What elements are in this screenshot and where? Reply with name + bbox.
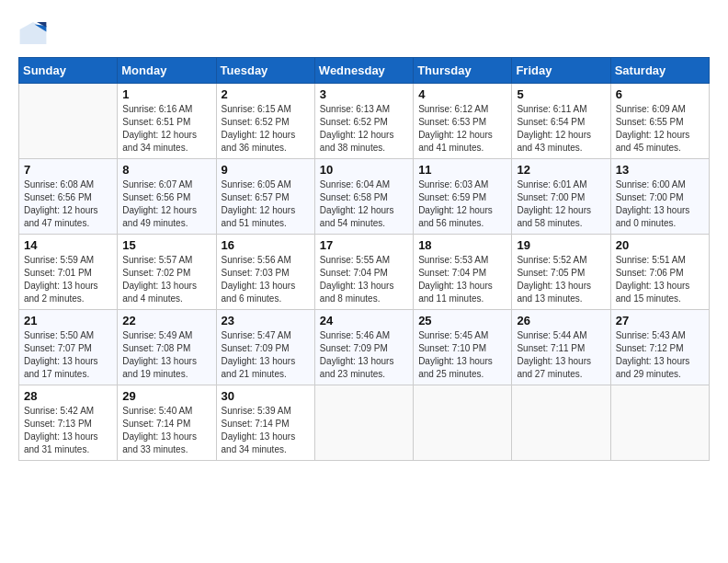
calendar-day-cell: 25Sunrise: 5:45 AM Sunset: 7:10 PM Dayli… [414,310,512,385]
calendar-day-cell [314,385,413,461]
day-info: Sunrise: 6:05 AM Sunset: 6:57 PM Dayligh… [222,178,310,230]
weekday-header: Saturday [610,58,709,84]
day-info: Sunrise: 5:52 AM Sunset: 7:05 PM Dayligh… [517,254,605,305]
day-number: 20 [616,238,704,252]
day-info: Sunrise: 5:45 AM Sunset: 7:10 PM Dayligh… [418,329,506,381]
day-info: Sunrise: 5:43 AM Sunset: 7:12 PM Dayligh… [616,329,704,381]
calendar-day-cell: 10Sunrise: 6:04 AM Sunset: 6:58 PM Dayli… [314,159,413,235]
calendar-day-cell: 6Sunrise: 6:09 AM Sunset: 6:55 PM Daylig… [610,84,709,159]
day-number: 9 [222,163,310,177]
day-number: 17 [320,238,408,252]
day-number: 24 [320,314,408,327]
day-info: Sunrise: 5:51 AM Sunset: 7:06 PM Dayligh… [616,254,704,305]
day-info: Sunrise: 6:03 AM Sunset: 6:59 PM Dayligh… [418,178,506,230]
day-info: Sunrise: 6:01 AM Sunset: 7:00 PM Dayligh… [517,178,605,230]
day-number: 2 [222,87,310,101]
calendar-day-cell: 7Sunrise: 6:08 AM Sunset: 6:56 PM Daylig… [19,159,118,235]
calendar-day-cell: 20Sunrise: 5:51 AM Sunset: 7:06 PM Dayli… [610,235,709,310]
calendar-day-cell: 4Sunrise: 6:12 AM Sunset: 6:53 PM Daylig… [414,84,512,159]
day-number: 1 [122,87,210,101]
calendar-day-cell: 21Sunrise: 5:50 AM Sunset: 7:07 PM Dayli… [19,310,118,385]
calendar-day-cell: 23Sunrise: 5:47 AM Sunset: 7:09 PM Dayli… [216,310,314,385]
day-info: Sunrise: 5:46 AM Sunset: 7:09 PM Dayligh… [320,329,408,381]
day-info: Sunrise: 5:55 AM Sunset: 7:04 PM Dayligh… [320,254,408,305]
calendar-day-cell: 11Sunrise: 6:03 AM Sunset: 6:59 PM Dayli… [414,159,512,235]
day-info: Sunrise: 5:53 AM Sunset: 7:04 PM Dayligh… [418,254,506,305]
calendar-week-row: 28Sunrise: 5:42 AM Sunset: 7:13 PM Dayli… [19,385,710,461]
weekday-header: Monday [118,58,216,84]
calendar-day-cell [610,385,709,461]
calendar-header-row: SundayMondayTuesdayWednesdayThursdayFrid… [19,58,710,84]
day-info: Sunrise: 5:56 AM Sunset: 7:03 PM Dayligh… [222,254,310,305]
calendar-day-cell: 13Sunrise: 6:00 AM Sunset: 7:00 PM Dayli… [610,159,709,235]
day-info: Sunrise: 5:47 AM Sunset: 7:09 PM Dayligh… [222,329,310,381]
day-number: 25 [418,314,506,327]
calendar-day-cell: 24Sunrise: 5:46 AM Sunset: 7:09 PM Dayli… [314,310,413,385]
calendar-day-cell: 16Sunrise: 5:56 AM Sunset: 7:03 PM Dayli… [216,235,314,310]
calendar-day-cell: 8Sunrise: 6:07 AM Sunset: 6:56 PM Daylig… [118,159,216,235]
day-info: Sunrise: 5:50 AM Sunset: 7:07 PM Dayligh… [24,329,112,381]
weekday-header: Wednesday [314,58,413,84]
calendar-day-cell: 19Sunrise: 5:52 AM Sunset: 7:05 PM Dayli… [512,235,610,310]
day-info: Sunrise: 6:16 AM Sunset: 6:51 PM Dayligh… [122,103,210,155]
day-info: Sunrise: 6:04 AM Sunset: 6:58 PM Dayligh… [320,178,408,230]
day-info: Sunrise: 6:11 AM Sunset: 6:54 PM Dayligh… [517,103,605,155]
weekday-header: Friday [512,58,610,84]
day-info: Sunrise: 6:07 AM Sunset: 6:56 PM Dayligh… [122,178,210,230]
day-info: Sunrise: 5:59 AM Sunset: 7:01 PM Dayligh… [24,254,112,305]
day-number: 27 [616,314,704,327]
day-number: 15 [122,238,210,252]
day-number: 10 [320,163,408,177]
day-number: 30 [222,389,310,403]
day-number: 22 [122,314,210,327]
weekday-header: Sunday [19,58,118,84]
day-number: 29 [122,389,210,403]
day-number: 28 [24,389,112,403]
calendar-day-cell: 12Sunrise: 6:01 AM Sunset: 7:00 PM Dayli… [512,159,610,235]
day-number: 23 [222,314,310,327]
calendar-day-cell: 28Sunrise: 5:42 AM Sunset: 7:13 PM Dayli… [19,385,118,461]
day-info: Sunrise: 6:09 AM Sunset: 6:55 PM Dayligh… [616,103,704,155]
day-number: 19 [517,238,605,252]
calendar-day-cell: 5Sunrise: 6:11 AM Sunset: 6:54 PM Daylig… [512,84,610,159]
day-number: 8 [122,163,210,177]
calendar-day-cell: 22Sunrise: 5:49 AM Sunset: 7:08 PM Dayli… [118,310,216,385]
calendar-day-cell: 14Sunrise: 5:59 AM Sunset: 7:01 PM Dayli… [19,235,118,310]
day-number: 26 [517,314,605,327]
calendar-day-cell: 30Sunrise: 5:39 AM Sunset: 7:14 PM Dayli… [216,385,314,461]
day-info: Sunrise: 6:08 AM Sunset: 6:56 PM Dayligh… [24,178,112,230]
day-number: 3 [320,87,408,101]
calendar-day-cell: 1Sunrise: 6:16 AM Sunset: 6:51 PM Daylig… [118,84,216,159]
calendar-day-cell: 29Sunrise: 5:40 AM Sunset: 7:14 PM Dayli… [118,385,216,461]
calendar-day-cell [512,385,610,461]
weekday-header: Thursday [414,58,512,84]
calendar-week-row: 21Sunrise: 5:50 AM Sunset: 7:07 PM Dayli… [19,310,710,385]
calendar-week-row: 14Sunrise: 5:59 AM Sunset: 7:01 PM Dayli… [19,235,710,310]
calendar-week-row: 7Sunrise: 6:08 AM Sunset: 6:56 PM Daylig… [19,159,710,235]
day-info: Sunrise: 5:39 AM Sunset: 7:14 PM Dayligh… [222,405,310,456]
day-number: 5 [517,87,605,101]
day-number: 11 [418,163,506,177]
day-info: Sunrise: 5:49 AM Sunset: 7:08 PM Dayligh… [122,329,210,381]
calendar-day-cell: 9Sunrise: 6:05 AM Sunset: 6:57 PM Daylig… [216,159,314,235]
logo [18,18,51,48]
day-info: Sunrise: 6:12 AM Sunset: 6:53 PM Dayligh… [418,103,506,155]
day-number: 14 [24,238,112,252]
logo-icon [18,18,48,48]
day-number: 12 [517,163,605,177]
day-info: Sunrise: 5:57 AM Sunset: 7:02 PM Dayligh… [122,254,210,305]
day-info: Sunrise: 5:44 AM Sunset: 7:11 PM Dayligh… [517,329,605,381]
calendar-day-cell [19,84,118,159]
calendar-day-cell: 27Sunrise: 5:43 AM Sunset: 7:12 PM Dayli… [610,310,709,385]
calendar-week-row: 1Sunrise: 6:16 AM Sunset: 6:51 PM Daylig… [19,84,710,159]
day-number: 13 [616,163,704,177]
calendar-day-cell: 26Sunrise: 5:44 AM Sunset: 7:11 PM Dayli… [512,310,610,385]
weekday-header: Tuesday [216,58,314,84]
day-number: 6 [616,87,704,101]
day-info: Sunrise: 6:13 AM Sunset: 6:52 PM Dayligh… [320,103,408,155]
calendar-table: SundayMondayTuesdayWednesdayThursdayFrid… [18,57,710,461]
day-info: Sunrise: 5:40 AM Sunset: 7:14 PM Dayligh… [122,405,210,456]
page-header [18,18,710,48]
day-number: 16 [222,238,310,252]
day-info: Sunrise: 5:42 AM Sunset: 7:13 PM Dayligh… [24,405,112,456]
